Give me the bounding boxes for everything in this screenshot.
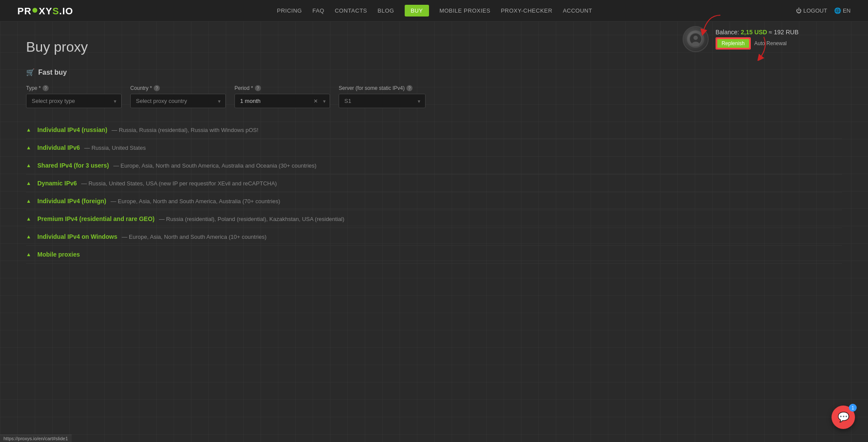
header: PR●XYS.IO PRICING FAQ CONTACTS BLOG BUY … [0,0,868,22]
balance-prefix: Balance: [716,29,741,36]
proxy-desc-6: — Europe, Asia, North and South America … [122,234,266,240]
proxy-desc-3: — Russia, United States, USA (new IP per… [81,180,277,187]
fast-buy-title: Fast buy [38,69,67,76]
expand-icon-4[interactable]: ▲ [26,198,33,204]
proxy-item-0: ▲ Individual IPv4 (russian) — Russia, Ru… [26,121,842,139]
country-label-text: Country * [130,85,152,91]
auto-renewal-link[interactable]: Auto Renewal [754,40,787,46]
proxy-desc-5: — Russia (residential), Poland (resident… [159,216,344,222]
globe-icon: 🌐 [834,7,841,14]
period-form-group: Period * ? ✕ ▼ [234,85,330,108]
balance-info: Balance: 2,15 USD ≈ 192 RUB Replenish Au… [716,29,799,49]
balance-rub: ≈ 192 RUB [769,29,799,36]
fast-buy-header: 🛒 Fast buy [26,68,842,76]
period-dropdown-icon[interactable]: ▼ [322,99,327,103]
period-label: Period * ? [234,85,330,91]
avatar-inner [687,30,704,48]
period-wrapper: ✕ ▼ [234,94,330,108]
nav-buy[interactable]: BUY [405,5,429,16]
type-select-wrapper: Select proxy type [26,94,122,108]
country-label: Country * ? [130,85,226,91]
server-form-group: Server (for some static IPv4) ? S1 [339,85,426,108]
period-clear-icon[interactable]: ✕ [314,98,318,104]
account-avatar[interactable] [683,26,709,52]
type-label: Type * ? [26,85,122,91]
logout-button[interactable]: ⏻ LOGOUT [796,7,827,14]
country-form-group: Country * ? Select proxy country [130,85,226,108]
proxy-desc-1: — Russia, United States [84,145,146,151]
proxy-name-4[interactable]: Individual IPv4 (foreign) [37,198,106,205]
main-nav: PRICING FAQ CONTACTS BLOG BUY MOBILE PRO… [277,5,592,16]
period-help-icon[interactable]: ? [255,85,261,91]
nav-account[interactable]: ACCOUNT [563,7,592,14]
period-label-text: Period * [234,85,253,91]
nav-proxy-checker[interactable]: PROXY-CHECKER [501,7,552,14]
proxy-item-3: ▲ Dynamic IPv6 — Russia, United States, … [26,175,842,192]
expand-icon-2[interactable]: ▲ [26,162,33,168]
server-select[interactable]: S1 [339,94,426,108]
chat-badge: 1 [849,404,857,412]
nav-blog[interactable]: BLOG [378,7,394,14]
proxy-name-1[interactable]: Individual IPv6 [37,144,80,151]
filter-form: Type * ? Select proxy type Country * ? [26,85,842,108]
chat-icon: 💬 [838,412,849,423]
proxy-name-7[interactable]: Mobile proxies [37,251,80,258]
server-help-icon[interactable]: ? [406,85,413,91]
country-select-wrapper: Select proxy country [130,94,226,108]
expand-icon-3[interactable]: ▲ [26,180,33,186]
replenish-highlight: Replenish [716,37,751,49]
balance-usd: 2,15 USD [741,29,767,36]
proxy-item-1: ▲ Individual IPv6 — Russia, United State… [26,139,842,157]
proxy-item-6: ▲ Individual IPv4 on Windows — Europe, A… [26,228,842,246]
type-select[interactable]: Select proxy type [26,94,122,108]
logout-label: LOGOUT [803,7,827,14]
nav-contacts[interactable]: CONTACTS [335,7,367,14]
server-select-wrapper: S1 [339,94,426,108]
chat-button[interactable]: 💬 1 [832,406,855,429]
proxy-item-4: ▲ Individual IPv4 (foreign) — Europe, As… [26,192,842,210]
proxy-name-3[interactable]: Dynamic IPv6 [37,180,77,187]
nav-mobile-proxies[interactable]: MOBILE PROXIES [439,7,491,14]
url-bar: https://proxys.io/en/cart#slide1 [0,435,72,442]
fast-buy-section: 🛒 Fast buy Type * ? Select proxy type [26,68,842,264]
proxy-desc-2: — Europe, Asia, North and South America,… [113,162,317,169]
expand-icon-6[interactable]: ▲ [26,234,33,240]
balance-actions: Replenish Auto Renewal [716,37,799,49]
logout-icon: ⏻ [796,7,802,14]
main-content: Buy proxy 🛒 Fast buy Type * ? Select pro… [0,22,868,281]
cart-icon: 🛒 [26,68,35,76]
balance-section: Balance: 2,15 USD ≈ 192 RUB Replenish Au… [683,26,799,52]
lang-label: EN [843,7,851,14]
proxy-item-7: ▲ Mobile proxies [26,246,842,264]
server-label-text: Server (for some static IPv4) [339,85,405,91]
proxy-name-2[interactable]: Shared IPv4 (for 3 users) [37,162,109,169]
header-right: ⏻ LOGOUT 🌐 EN [796,7,851,14]
type-form-group: Type * ? Select proxy type [26,85,122,108]
type-label-text: Type * [26,85,41,91]
expand-icon-7[interactable]: ▲ [26,251,33,257]
proxy-desc-4: — Europe, Asia, North and South America,… [111,198,281,205]
country-select[interactable]: Select proxy country [130,94,226,108]
replenish-button[interactable]: Replenish [716,38,750,49]
language-selector[interactable]: 🌐 EN [834,7,851,14]
proxy-item-5: ▲ Premium IPv4 (residential and rare GEO… [26,210,842,228]
balance-display: Balance: 2,15 USD ≈ 192 RUB [716,29,799,36]
expand-icon-5[interactable]: ▲ [26,216,33,222]
proxy-list: ▲ Individual IPv4 (russian) — Russia, Ru… [26,121,842,264]
svg-point-1 [693,36,698,40]
proxy-name-6[interactable]: Individual IPv4 on Windows [37,233,117,240]
proxy-item-2: ▲ Shared IPv4 (for 3 users) — Europe, As… [26,157,842,175]
nav-pricing[interactable]: PRICING [277,7,302,14]
url-text: https://proxys.io/en/cart#slide1 [3,436,68,441]
type-help-icon[interactable]: ? [43,85,49,91]
logo[interactable]: PR●XYS.IO [17,4,73,17]
server-label: Server (for some static IPv4) ? [339,85,426,91]
country-help-icon[interactable]: ? [154,85,160,91]
expand-icon-1[interactable]: ▲ [26,145,33,151]
proxy-name-5[interactable]: Premium IPv4 (residential and rare GEO) [37,215,155,222]
nav-faq[interactable]: FAQ [312,7,324,14]
proxy-desc-0: — Russia, Russia (residential), Russia w… [112,127,258,133]
proxy-name-0[interactable]: Individual IPv4 (russian) [37,126,107,133]
expand-icon-0[interactable]: ▲ [26,127,33,133]
